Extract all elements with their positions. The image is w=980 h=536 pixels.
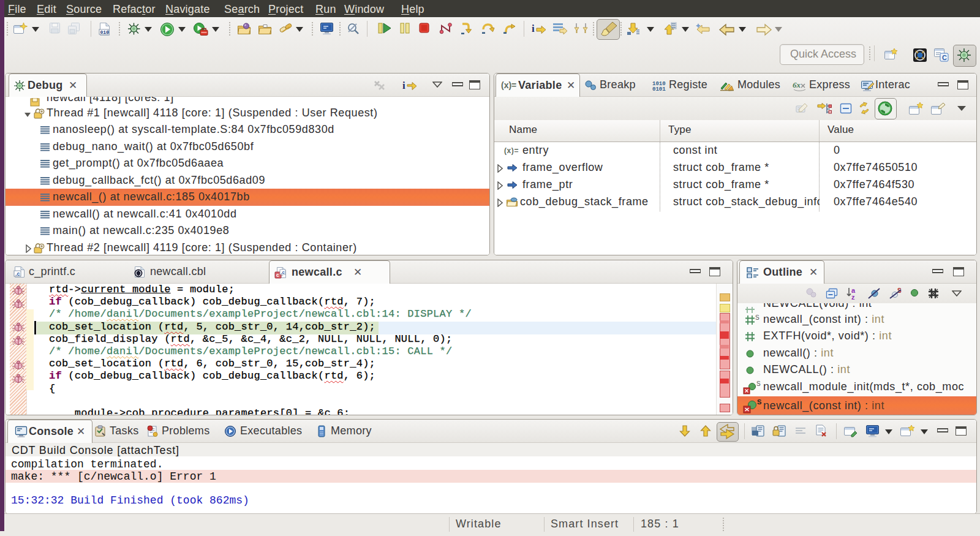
svg-text:S: S <box>756 381 761 387</box>
svg-text:c: c <box>276 272 279 278</box>
svg-text:i: i <box>532 23 535 34</box>
svg-text:0101: 0101 <box>652 86 666 91</box>
svg-text:z: z <box>851 293 855 300</box>
svg-text:.c: .c <box>281 270 285 275</box>
svg-text:010: 010 <box>100 29 110 35</box>
svg-text:S: S <box>755 315 760 321</box>
svg-text:i: i <box>402 80 405 91</box>
svg-text:.c: .c <box>15 271 20 277</box>
svg-text:C: C <box>942 54 947 61</box>
svg-text:S: S <box>757 399 762 406</box>
svg-text:6x: 6x <box>793 80 801 89</box>
